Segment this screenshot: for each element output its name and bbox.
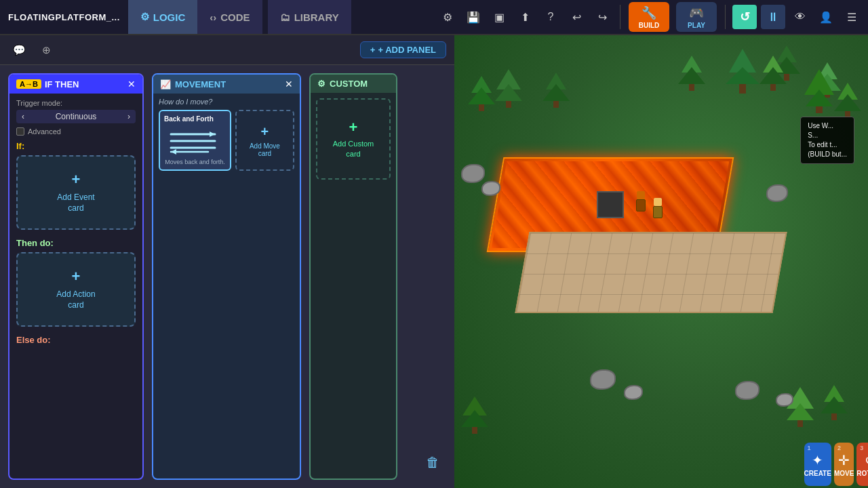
help-icon[interactable]: ? — [540, 6, 561, 28]
tab-library[interactable]: 🗂 LIBRARY — [268, 0, 351, 34]
tab-logic[interactable]: ⚙ LOGIC — [128, 0, 198, 34]
custom-body: + Add Customcard — [311, 93, 396, 185]
logic-gear-icon: ⚙ — [140, 11, 149, 23]
tree-13 — [787, 387, 814, 427]
rotate-icon: ↺ — [865, 452, 868, 468]
profile-icon[interactable]: 👤 — [815, 6, 837, 28]
ifthen-close-button[interactable]: ✕ — [127, 79, 136, 89]
tool-create-button[interactable]: 1 ✦ CREATE — [804, 443, 831, 486]
tree-9 — [804, 69, 834, 113]
add-action-card-button[interactable]: + Add Actioncard — [16, 252, 136, 327]
add-panel-button[interactable]: + + ADD PANEL — [360, 41, 446, 58]
ifthen-body: Trigger mode: ‹ Continuous › Advanced If… — [9, 94, 142, 354]
settings-icon[interactable]: ⚙ — [437, 6, 458, 28]
stone-grid — [517, 233, 785, 312]
eye-icon[interactable]: 👁 — [789, 6, 811, 28]
window-icon[interactable]: ▣ — [488, 6, 510, 28]
tooltip-line1: Use W...S...To edit t...(BUILD but... — [808, 122, 847, 158]
back-forth-icon — [167, 125, 222, 156]
create-icon: ✦ — [812, 452, 823, 468]
movement-close-button[interactable]: ✕ — [285, 79, 293, 89]
custom-header: ⚙ CUSTOM — [311, 75, 396, 93]
game-viewport: Use W...S...To edit t...(BUILD but... 1 … — [454, 35, 868, 488]
tooltip: Use W...S...To edit t...(BUILD but... — [800, 117, 854, 164]
trigger-left-arrow[interactable]: ‹ — [22, 112, 24, 121]
pause-button[interactable]: ⏸ — [761, 5, 785, 29]
build-wrench-icon: 🔧 — [642, 5, 656, 20]
tab-code[interactable]: ‹› CODE — [197, 0, 262, 34]
ifthen-header: A→B IF THEN ✕ — [9, 75, 142, 94]
back-forth-desc: Moves back and forth. — [165, 159, 225, 165]
tree-5 — [726, 49, 760, 94]
build-button[interactable]: 🔧 BUILD — [629, 2, 669, 32]
create-label: CREATE — [804, 470, 831, 477]
add-event-card-button[interactable]: + Add Eventcard — [16, 155, 136, 230]
add-custom-card-button[interactable]: + Add Customcard — [316, 98, 391, 180]
add-move-plus-icon: + — [261, 124, 269, 140]
project-title: FLOATINGPLATFORM_... — [0, 0, 128, 34]
menu-icon[interactable]: ☰ — [841, 6, 863, 28]
how-move-label: How do I move? — [159, 98, 294, 106]
svg-marker-3 — [210, 131, 215, 137]
add-move-card-button[interactable]: + Add Movecard — [235, 110, 294, 171]
undo-icon[interactable]: ↩ — [566, 6, 587, 28]
else-do-label: Else do: — [16, 335, 136, 345]
separator — [620, 5, 620, 29]
custom-title: ⚙ CUSTOM — [317, 79, 368, 89]
focus-icon[interactable]: ⊕ — [35, 39, 57, 61]
movement-card: 📈 MOVEMENT ✕ How do I move? Back and For… — [152, 73, 301, 480]
movement-header: 📈 MOVEMENT ✕ — [153, 75, 300, 94]
tree-10 — [760, 56, 787, 91]
redo-icon[interactable]: ↪ — [591, 6, 613, 28]
save-icon[interactable]: 💾 — [462, 6, 484, 28]
custom-card: ⚙ CUSTOM + Add Customcard — [309, 73, 397, 480]
upload-icon[interactable]: ⬆ — [514, 6, 536, 28]
trigger-mode-label: Trigger mode: — [16, 99, 136, 107]
library-icon: 🗂 — [280, 12, 290, 23]
panel-top-bar: 💬 ⊕ + + ADD PANEL — [0, 35, 454, 65]
rock-4 — [590, 369, 616, 390]
advanced-label: Advanced — [28, 127, 61, 136]
logic-panel: 💬 ⊕ + + ADD PANEL A→B IF THEN ✕ Trigger … — [0, 35, 454, 488]
then-do-label: Then do: — [16, 238, 136, 248]
back-forth-title: Back and Forth — [164, 115, 226, 123]
rock-5 — [624, 385, 643, 400]
tree-11 — [461, 396, 488, 434]
tree-12 — [821, 385, 848, 420]
character-2 — [651, 198, 665, 217]
rock-6 — [735, 381, 760, 400]
play-button[interactable]: 🎮 PLAY — [676, 2, 717, 32]
add-event-label: Add Eventcard — [57, 192, 94, 214]
ifthen-title: A→B IF THEN — [16, 79, 79, 89]
back-forth-card[interactable]: Back and Forth — [159, 110, 231, 171]
stone-platform — [515, 232, 787, 313]
add-action-plus-icon: + — [72, 268, 81, 285]
add-event-plus-icon: + — [72, 171, 81, 188]
top-icons: ⚙ 💾 ▣ ⬆ ? ↩ ↪ 🔧 BUILD 🎮 PLAY ↺ ⏸ 👁 👤 ☰ — [437, 2, 868, 32]
chat-icon[interactable]: 💬 — [8, 39, 30, 61]
cards-area: A→B IF THEN ✕ Trigger mode: ‹ Continuous… — [0, 65, 454, 488]
tool-move-button[interactable]: 2 ✛ MOVE — [834, 443, 854, 486]
custom-gear-icon: ⚙ — [317, 79, 326, 89]
rock-7 — [776, 393, 793, 407]
rock-1 — [461, 164, 485, 183]
svg-marker-5 — [171, 149, 176, 155]
add-move-label: Add Movecard — [250, 142, 280, 157]
advanced-row: Advanced — [16, 127, 136, 136]
advanced-checkbox[interactable] — [16, 127, 24, 136]
trigger-right-arrow[interactable]: › — [127, 112, 130, 121]
movement-chart-icon: 📈 — [160, 79, 171, 89]
movement-title: 📈 MOVEMENT — [160, 79, 226, 89]
trigger-select[interactable]: ‹ Continuous › — [16, 110, 136, 123]
if-label: If: — [16, 141, 136, 151]
ab-label: A→B — [16, 79, 41, 89]
refresh-button[interactable]: ↺ — [732, 5, 757, 29]
delete-button[interactable]: 🗑 — [420, 450, 445, 474]
create-num: 1 — [808, 445, 811, 451]
tree-4 — [678, 56, 705, 91]
tree-3 — [542, 73, 570, 108]
trigger-value: Continuous — [56, 112, 97, 121]
tool-rotate-button[interactable]: 3 ↺ ROTATE — [856, 443, 868, 486]
move-num: 2 — [837, 445, 841, 451]
play-controller-icon: 🎮 — [689, 5, 704, 20]
